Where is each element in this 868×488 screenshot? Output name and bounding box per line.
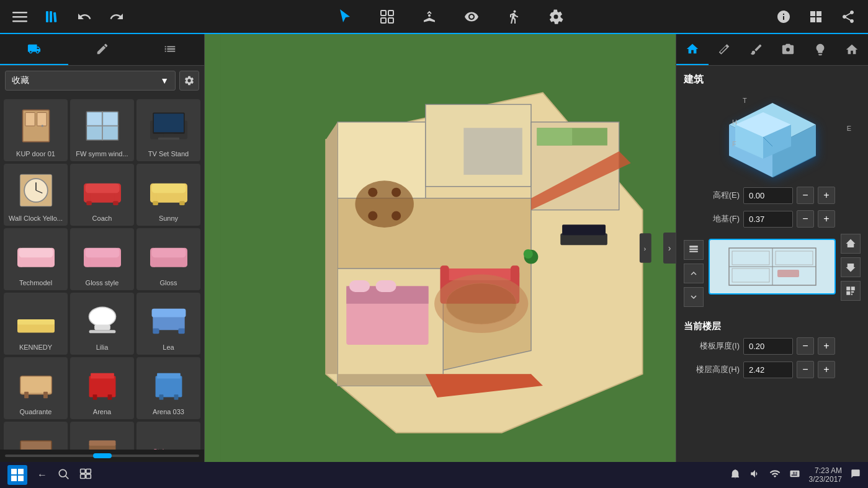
item-arena033[interactable]: Arena 033 [136,357,200,419]
svg-rect-106 [463,128,522,175]
item-quadrante[interactable]: Quadrante [4,357,68,419]
item-label: Wall Clock Yello... [6,215,65,222]
windows-button[interactable] [7,465,27,485]
item-gloss-style[interactable]: Gloss style [70,228,134,290]
item-label: FW symm wind... [73,150,132,157]
undo-icon[interactable] [74,7,94,27]
group-icon[interactable] [377,7,397,27]
tab-home[interactable] [836,34,869,65]
canvas-area[interactable]: › › [205,34,676,462]
filter-dropdown[interactable]: 收藏 ▼ [5,71,176,91]
back-button[interactable]: ← [37,469,47,481]
svg-rect-135 [81,474,86,479]
dropdown-arrow-icon: ▼ [160,76,169,86]
item-techmodel[interactable]: Techmodel [4,228,68,290]
item-16[interactable] [4,422,68,450]
tab-build[interactable] [676,34,709,65]
elevation-plus-button[interactable]: + [818,187,835,204]
elevation-input[interactable] [743,187,793,204]
svg-point-108 [524,249,533,259]
volume-icon[interactable] [749,468,761,482]
notification-icon[interactable] [730,468,741,482]
collapse-button[interactable]: › [663,233,676,264]
item-kup-door[interactable]: KUP door 01 [4,99,68,161]
item-kennedy[interactable]: KENNEDY [4,293,68,355]
task-view-icon[interactable] [79,468,92,482]
tab-paint[interactable] [740,34,772,65]
floor-thickness-label: 楼板厚度(I) [684,340,740,352]
tab-furniture[interactable] [0,34,68,65]
floor-up-button[interactable] [684,264,704,283]
svg-rect-136 [86,474,91,479]
foundation-plus-button[interactable]: + [818,210,835,228]
svg-rect-47 [85,248,119,257]
view-icon[interactable] [462,7,481,27]
settings-icon[interactable] [546,7,566,27]
item-arena[interactable]: Arena [70,357,134,419]
foundation-input[interactable] [743,211,793,228]
floor-view-down-button[interactable] [841,257,861,277]
item-gloss[interactable]: Gloss [136,228,200,290]
notification-center-icon[interactable] [851,469,861,481]
svg-rect-4 [50,11,52,22]
filter-settings-button[interactable] [179,71,199,91]
layout-icon[interactable] [806,7,826,27]
foundation-minus-button[interactable]: − [797,210,814,228]
menu-icon[interactable] [10,7,30,27]
network-icon[interactable] [769,468,781,482]
elevation-label: 高程(E) [684,190,740,201]
search-taskbar-icon[interactable] [57,468,69,482]
tab-camera[interactable] [772,34,805,65]
svg-rect-12 [37,113,46,126]
taskbar-left: ← [7,465,92,485]
walk-icon[interactable] [504,7,524,27]
item-lilia[interactable]: Lilia [70,293,134,355]
floor-thickness-input[interactable] [743,338,793,355]
item-wall-clock[interactable]: Wall Clock Yello... [4,164,68,226]
item-lea[interactable]: Lea [136,293,200,355]
item-17[interactable] [70,422,134,450]
item-label: Quadrante [6,408,65,415]
item-coach[interactable]: Coach [70,164,134,226]
scroll-track[interactable] [5,455,199,457]
elevation-minus-button[interactable]: − [797,187,814,204]
tab-list[interactable] [136,34,204,65]
item-fw-symm-wind[interactable]: FW symm wind... [70,99,134,161]
floor-down-button[interactable] [684,287,704,307]
item-18[interactable]: Style [136,422,200,450]
library-icon[interactable] [42,7,62,27]
left-panel: 收藏 ▼ KUP door 01 FW symm wind... [0,34,205,462]
svg-rect-133 [81,469,86,474]
floor-thumbnail[interactable] [709,239,836,295]
floor-view-up-button[interactable] [841,234,861,254]
item-label: KENNEDY [6,344,65,351]
svg-rect-6 [381,11,386,16]
floor-thickness-minus-button[interactable]: − [797,337,814,355]
floor-view-grid-button[interactable] [841,281,861,301]
floor-height-minus-button[interactable]: − [797,361,814,378]
floor-thickness-row: 楼板厚度(I) − + [684,337,861,355]
cut-icon[interactable] [419,7,439,27]
svg-rect-3 [46,11,48,22]
item-tv-set-stand[interactable]: TV Set Stand [136,99,200,161]
select-icon[interactable] [335,7,355,27]
floor-height-plus-button[interactable]: + [818,361,835,378]
tab-light[interactable] [804,34,836,65]
keyboard-icon[interactable] [789,468,800,482]
tab-measure[interactable] [709,34,741,65]
floor-add-button[interactable] [684,240,704,260]
floor-height-row: 楼层高度(H) − + [684,361,861,378]
floor-thickness-plus-button[interactable]: + [818,337,835,355]
svg-rect-37 [151,184,186,193]
redo-icon[interactable] [107,7,127,27]
item-label: Arena [73,408,132,415]
info-icon[interactable] [774,7,794,27]
foundation-label: 地基(F) [684,213,740,224]
svg-rect-69 [155,376,182,397]
tab-edit[interactable] [68,34,136,65]
share-icon[interactable] [838,7,858,27]
floor-height-input[interactable] [743,362,793,378]
scroll-thumb[interactable] [93,453,112,458]
item-sunny[interactable]: Sunny [136,164,200,226]
svg-rect-59 [153,329,159,334]
